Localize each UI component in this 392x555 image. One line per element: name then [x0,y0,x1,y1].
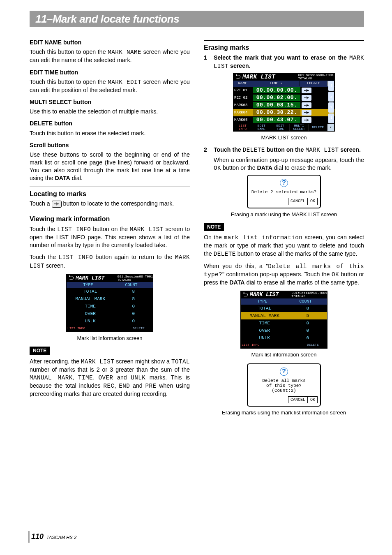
toolbar-button[interactable]: EDITNAME [252,124,271,131]
heading-scroll: Scroll buttons [30,141,190,149]
step-1: 1 Select the mark that you want to erase… [204,54,364,70]
note-para-2a: On the mark list information screen, you… [204,234,364,258]
toolbar-button[interactable]: DELETE [309,124,327,131]
svg-point-5 [308,120,309,120]
caption-info-2: Mark list information screen [204,351,364,358]
chapter-title: 11–Mark and locate functions [30,11,364,25]
heading-delete: DELETE button [30,120,190,127]
ok-button[interactable]: OK [308,396,318,404]
page-number: 110 [31,532,44,541]
para-viewing-2: Touch the LIST INFO button again to retu… [30,253,190,270]
cancel-button[interactable]: CANCEL [288,198,308,205]
mark-row[interactable]: MARK0500.00.43.07. [233,116,334,124]
toolbar-button[interactable]: EDITTIME [271,124,290,131]
dialog-message: Delete all marks of this type? (Count:2) [248,378,320,396]
info-row[interactable]: UNLK0 [67,318,153,325]
caption-mark-list: MARK LIST screen [204,134,364,141]
svg-point-1 [308,90,309,91]
note-tag: NOTE [30,347,50,355]
info-row[interactable]: TIME0 [241,319,327,327]
para-multi-select: Use this to enable the selection of mult… [30,108,190,116]
locate-button[interactable] [302,110,311,116]
caption-dialog-2: Erasing marks using the mark list inform… [204,409,364,416]
heading-multi-select: MULTI SELECT button [30,98,190,106]
scroll-top-icon[interactable]: ⤒ [328,81,334,91]
mark-list-info-screen-2: ⮌MARK LIST001:Session00-T001TOTAL#8TYPEC… [240,291,327,349]
delete-confirm-dialog-1: ? Delete 2 selected marks? CANCEL OK [247,175,321,208]
heading-edit-time: EDIT TIME button [30,69,190,76]
footer-model: TASCAM HS-2 [46,535,76,540]
locate-arrow-icon [52,201,62,208]
section-viewing: Viewing mark information [30,215,190,224]
info-row[interactable]: UNLK0 [241,334,327,342]
locate-button[interactable] [302,88,311,93]
svg-point-3 [308,105,309,106]
mark-list-info-screen-1: ⮌MARK LIST001:Session00-T001TOTAL#8TYPEC… [66,274,153,332]
para-scroll: Use these buttons to scroll to the begin… [30,151,190,183]
ok-button[interactable]: OK [308,198,318,205]
info-row[interactable]: TOTAL8 [241,305,327,312]
mark-list-screen: ⮌MARK LIST001:Session00-T001TOTAL#8NAMET… [233,73,335,132]
left-column: EDIT NAME button Touch this button to op… [30,39,190,421]
info-row[interactable]: MANUAL MARK5 [67,296,153,303]
page-footer: 110 TASCAM HS-2 [31,532,76,541]
scroll-down-icon[interactable]: ▾ [328,102,334,112]
footer-accent-bar [28,531,30,543]
mark-row[interactable]: MARK0400.00.30.22. [233,109,334,116]
info-row[interactable]: OVER0 [67,310,153,318]
mark-row[interactable]: MARK0300.00.08.15. [233,102,334,109]
info-row[interactable]: TIME0 [67,303,153,310]
scroll-up-icon[interactable]: ▴ [328,92,334,102]
right-column: Erasing marks 1 Select the mark that you… [204,39,364,421]
caption-dialog-1: Erasing a mark using the MARK LIST scree… [204,211,364,218]
svg-point-2 [308,97,309,98]
toolbar-button[interactable]: LISTINFO [233,124,252,131]
section-locating: Locating to marks [30,190,190,199]
locate-button[interactable] [302,102,311,108]
info-row[interactable]: MANUAL MARK5 [241,312,327,319]
para-viewing-1: Touch the LIST INFO button on the MARK L… [30,225,190,250]
info-row[interactable]: OVER0 [241,327,327,334]
locate-button[interactable] [302,117,311,123]
question-icon: ? [280,368,288,376]
question-icon: ? [280,179,288,187]
mark-row[interactable]: REC 0200.00.02.00. [233,94,334,102]
cancel-button[interactable]: CANCEL [288,396,308,404]
para-edit-name: Touch this button to open the MARK NAME … [30,48,190,64]
heading-edit-name: EDIT NAME button [30,39,190,46]
para-locating: Touch a button to locate to the correspo… [30,200,190,208]
svg-point-0 [58,204,59,204]
section-erasing: Erasing marks [204,43,364,52]
chapter-title-bar: 11–Mark and locate functions [30,11,364,27]
dialog-message: Delete 2 selected marks? [248,190,320,198]
note-tag: NOTE [204,223,224,231]
info-row[interactable]: TOTAL8 [67,288,153,296]
mark-row[interactable]: PRE 0100.00.00.00. [233,87,334,94]
svg-point-4 [308,112,309,113]
toolbar-button[interactable]: MULTISELECT [290,124,309,131]
step-2: 2 Touch the DELETE button on the MARK LI… [204,146,364,172]
locate-button[interactable] [302,95,311,101]
delete-confirm-dialog-2: ? Delete all marks of this type? (Count:… [247,363,321,407]
para-delete: Touch this button to erase the selected … [30,130,190,137]
scroll-bottom-icon[interactable]: ⤓ [328,113,334,123]
note-para-1: After recording, the MARK LIST screen mi… [30,358,190,398]
note-para-2b: When you do this, a "Delete all marks of… [204,262,364,287]
caption-info-1: Mark list information screen [30,335,190,342]
para-edit-time: Touch this button to open the MARK EDIT … [30,78,190,94]
